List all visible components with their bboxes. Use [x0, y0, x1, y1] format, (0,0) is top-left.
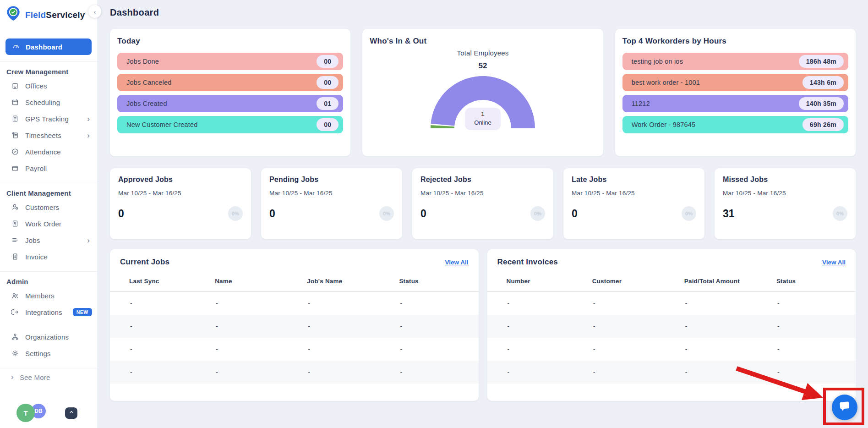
sidebar-item-label: Timesheets [25, 132, 61, 139]
list-icon [11, 236, 19, 244]
sidebar-item-label: Scheduling [25, 99, 60, 106]
user-avatar-t[interactable]: T [16, 404, 35, 422]
sidebar-item-dashboard[interactable]: Dashboard [5, 38, 92, 55]
today-row-label: New Customer Created [126, 121, 198, 128]
today-row-jobs-created: Jobs Created01 [117, 95, 343, 112]
sidebar-section-label-client-management: Client Management [0, 183, 97, 199]
sidebar-item-invoice[interactable]: Invoice [0, 248, 97, 265]
today-row-label: Jobs Canceled [126, 79, 172, 86]
sidebar-item-see-more[interactable]: ›See More [0, 368, 97, 386]
workorder-row-value-pill: 143h 6m [802, 76, 844, 89]
online-count-pill: 1 Online [465, 108, 501, 130]
recent-invoices-cell: - [487, 361, 579, 384]
total-employees-value: 52 [370, 61, 595, 71]
sidebar-item-label: Invoice [25, 253, 48, 261]
workorder-row-best-work-order-1001: best work order - 1001143h 6m [622, 74, 848, 91]
stat-card-date-range: Mar 10/25 - Mar 16/25 [723, 190, 847, 197]
workorder-row-label: 11212 [632, 100, 650, 107]
stat-cards-row: Approved JobsMar 10/25 - Mar 16/2500%Pen… [110, 168, 856, 239]
sidebar-item-label: Dashboard [26, 43, 62, 51]
workorder-row-11212: 11212140h 35m [622, 95, 848, 112]
stat-card-approved-jobs: Approved JobsMar 10/25 - Mar 16/2500% [110, 168, 251, 239]
sidebar-item-integrations[interactable]: IntegrationsNEW [0, 304, 97, 320]
members-icon [11, 291, 19, 300]
recent-invoices-cell: - [764, 361, 856, 384]
sidebar-item-customers[interactable]: Customers [0, 199, 97, 215]
sidebar-footer-toggle-button[interactable] [65, 407, 77, 419]
chevron-right-icon: › [87, 115, 90, 123]
chevron-right-icon: › [87, 132, 90, 139]
top-workorders-title: Top 4 Workorders by Hours [622, 37, 848, 46]
sidebar-item-gps-tracking[interactable]: GPS Tracking› [0, 110, 97, 127]
recent-invoices-cell: - [671, 338, 764, 361]
recent-invoices-cell: - [579, 361, 671, 384]
whos-in-out-title: Who's In & Out [370, 37, 595, 46]
workorder-row-label: testing job on ios [632, 58, 683, 65]
recent-invoices-cell: - [579, 292, 671, 315]
top-cards-row: Today Jobs Done00Jobs Canceled00Jobs Cre… [110, 29, 856, 156]
chat-bubble-icon [838, 400, 852, 415]
recent-invoices-card: Recent Invoices View All NumberCustomerP… [487, 249, 856, 401]
current-jobs-view-all-link[interactable]: View All [445, 259, 468, 266]
recent-invoices-cell: - [487, 315, 579, 338]
recent-invoices-cell: - [579, 315, 671, 338]
document-icon [11, 115, 19, 123]
stat-card-percent-badge: 0% [833, 206, 847, 221]
current-jobs-cell: - [294, 361, 386, 384]
recent-invoices-view-all-link[interactable]: View All [822, 259, 846, 266]
sidebar-item-timesheets[interactable]: Timesheets› [0, 127, 97, 143]
wallet-icon [11, 164, 19, 172]
current-jobs-cell: - [294, 292, 386, 315]
recent-invoices-table-row: ---- [487, 315, 856, 338]
brand-field: Field [25, 10, 46, 20]
sidebar-item-members[interactable]: Members [0, 287, 97, 304]
sidebar-item-scheduling[interactable]: Scheduling [0, 94, 97, 110]
today-row-jobs-canceled: Jobs Canceled00 [117, 74, 343, 91]
workorder-row-label: Work Order - 987645 [632, 121, 696, 128]
recent-invoices-column-customer: Customer [579, 270, 671, 292]
current-jobs-column-status: Status [386, 270, 478, 292]
today-row-value-pill: 01 [317, 97, 338, 110]
sidebar-item-attendance[interactable]: Attendance [0, 143, 97, 160]
integrations-icon [11, 308, 19, 316]
recent-invoices-column-status: Status [764, 270, 856, 292]
current-jobs-table-row: ---- [110, 315, 479, 338]
current-jobs-table: Last SyncNameJob's NameStatus ----------… [110, 270, 479, 384]
recent-invoices-column-number: Number [487, 270, 579, 292]
avatar-group: TDB [16, 404, 46, 422]
stat-card-value: 31 [723, 208, 735, 220]
chevron-left-icon: ‹ [94, 8, 96, 16]
sidebar-item-label: Organizations [25, 333, 69, 341]
sidebar-item-work-order[interactable]: Work Order [0, 215, 97, 232]
app-root: FieldServicely ‹ Dashboard Crew Manageme… [0, 0, 868, 428]
today-card-title: Today [117, 37, 343, 46]
current-jobs-cell: - [110, 361, 202, 384]
chat-widget-button[interactable] [832, 395, 857, 420]
sidebar-collapse-button[interactable]: ‹ [88, 5, 101, 18]
sidebar-item-organizations[interactable]: Organizations [0, 329, 97, 345]
current-jobs-column-last-sync: Last Sync [110, 270, 202, 292]
current-jobs-cell: - [110, 315, 202, 338]
sidebar-item-settings[interactable]: Settings [0, 345, 97, 362]
sidebar-item-label: Work Order [25, 220, 61, 228]
workorder-row-value-pill: 186h 48m [799, 55, 844, 68]
sidebar-item-payroll[interactable]: Payroll [0, 160, 97, 176]
work-order-icon [11, 219, 19, 228]
current-jobs-cell: - [202, 315, 294, 338]
sidebar-item-label: Attendance [25, 148, 61, 156]
building-icon [11, 82, 19, 90]
current-jobs-table-row: ---- [110, 338, 479, 361]
current-jobs-title: Current Jobs [120, 258, 169, 267]
stat-card-date-range: Mar 10/25 - Mar 16/25 [420, 190, 545, 197]
sidebar-item-offices[interactable]: Offices [0, 77, 97, 94]
current-jobs-column-job-s-name: Job's Name [294, 270, 386, 292]
current-jobs-column-name: Name [202, 270, 294, 292]
top-workorders-card: Top 4 Workorders by Hours testing job on… [615, 29, 856, 156]
logo[interactable]: FieldServicely [0, 0, 97, 26]
sidebar-item-jobs[interactable]: Jobs› [0, 232, 97, 248]
current-jobs-cell: - [294, 338, 386, 361]
workorder-row-work-order-987645: Work Order - 98764569h 26m [622, 116, 848, 133]
sidebar-item-label: GPS Tracking [25, 115, 69, 123]
stat-card-pending-jobs: Pending JobsMar 10/25 - Mar 16/2500% [261, 168, 402, 239]
sidebar-item-label: Integrations [25, 308, 62, 316]
